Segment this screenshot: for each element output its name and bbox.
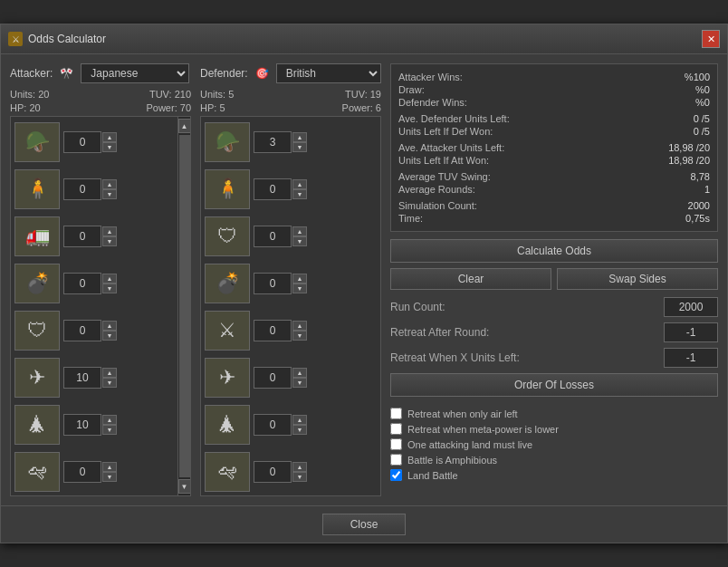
retreat-round-row: Retreat After Round: [390,322,718,342]
one-land-row: One attacking land must live [390,438,718,450]
decrement-btn[interactable]: ▼ [102,189,117,199]
increment-btn[interactable]: ▲ [102,132,117,142]
run-count-input[interactable] [664,297,718,317]
defender-units-scroll[interactable]: 🪖 ▲ ▼ 🧍 [201,117,380,495]
increment-btn[interactable]: ▲ [102,226,117,236]
sim-count-label: Simulation Count: [398,200,477,211]
unit-input-wrap: ▲ ▼ [254,178,307,200]
attacker-wins-value: %100 [685,72,710,82]
defender-tank-input[interactable] [254,226,292,247]
def-tac-bomber-icon: 🛦 [205,405,250,445]
def-tank-icon: 🛡 [205,216,250,256]
unit-stepper: ▲ ▼ [102,368,117,388]
retreat-meta-row: Retreat when meta-power is lower [390,423,718,435]
defender-fighter-input[interactable] [254,367,292,389]
attacker-stats-row1: Units: 20 TUV: 210 [10,89,191,100]
tactical-bomber-icon: 🛦 [14,405,60,445]
attacker-power-label: Power: 70 [146,102,191,113]
defender-nation-select[interactable]: British [276,63,381,83]
attacker-mech-input[interactable] [63,226,101,247]
retreat-meta-checkbox[interactable] [390,423,402,435]
calculate-odds-button[interactable]: Calculate Odds [390,239,718,263]
retreat-units-input[interactable] [664,348,718,368]
unit-input-wrap: ▲ ▼ [63,178,117,200]
list-item: ✈ ▲ ▼ [205,356,377,399]
run-count-row: Run Count: [390,297,718,317]
decrement-btn[interactable]: ▼ [102,472,117,482]
decrement-btn[interactable]: ▼ [292,331,307,341]
attacker-artillery-input[interactable] [63,273,101,294]
attacker-marine-input[interactable] [63,178,101,200]
increment-btn[interactable]: ▲ [292,321,307,331]
close-window-button[interactable]: ✕ [702,30,720,48]
attacker-tac-bomber-input[interactable] [63,414,101,436]
list-item: 🛡 ▲ ▼ [14,309,187,352]
decrement-btn[interactable]: ▼ [292,284,307,293]
increment-btn[interactable]: ▲ [292,368,307,378]
decrement-btn[interactable]: ▼ [102,142,117,152]
clear-button[interactable]: Clear [390,268,551,290]
sim-count-value: 2000 [688,200,710,211]
defender-strat-bomber-input[interactable] [254,461,292,483]
defender-label: Defender: [200,67,248,80]
defender-tac-bomber-input[interactable] [254,414,292,436]
increment-btn[interactable]: ▲ [102,321,117,331]
one-land-checkbox[interactable] [390,438,402,450]
decrement-btn[interactable]: ▼ [292,189,307,199]
retreat-round-input[interactable] [664,322,718,342]
scroll-down-btn[interactable]: ▼ [178,479,191,494]
attacker-units-scroll[interactable]: 🪖 ▲ ▼ 🧍 [11,117,190,495]
decrement-btn[interactable]: ▼ [292,472,307,482]
increment-btn[interactable]: ▲ [102,179,117,189]
scroll-up-btn[interactable]: ▲ [178,119,191,133]
defender-heavy-tank-input[interactable] [254,320,292,341]
scroll-thumb[interactable] [179,135,190,477]
increment-btn[interactable]: ▲ [292,226,307,236]
attacker-strat-bomber-input[interactable] [63,461,101,483]
retreat-meta-label: Retreat when meta-power is lower [407,424,559,435]
decrement-btn[interactable]: ▼ [102,331,117,341]
increment-btn[interactable]: ▲ [102,415,117,425]
defender-header: Defender: 🎯 British [200,63,381,83]
increment-btn[interactable]: ▲ [102,462,117,472]
attacker-tuv-label: TUV: 210 [149,89,191,100]
decrement-btn[interactable]: ▼ [292,425,307,435]
amphibious-checkbox[interactable] [390,454,402,466]
attacker-scrollbar[interactable]: ▲ ▼ [177,117,190,495]
list-item: 🛩 ▲ ▼ [205,450,377,494]
land-battle-checkbox[interactable] [390,469,402,481]
decrement-btn[interactable]: ▼ [292,236,307,246]
unit-stepper: ▲ ▼ [102,321,117,341]
increment-btn[interactable]: ▲ [292,132,307,142]
decrement-btn[interactable]: ▼ [102,284,117,293]
swap-sides-button[interactable]: Swap Sides [557,268,718,290]
defender-infantry-input[interactable] [254,131,292,153]
decrement-btn[interactable]: ▼ [102,378,117,388]
decrement-btn[interactable]: ▼ [292,378,307,388]
defender-marine-input[interactable] [254,178,292,200]
attacker-tank-input[interactable] [63,320,101,341]
list-item: ⚔ ▲ ▼ [205,309,377,352]
increment-btn[interactable]: ▲ [102,368,117,378]
attacker-nation-select[interactable]: Japanese [81,63,189,83]
decrement-btn[interactable]: ▼ [102,425,117,435]
increment-btn[interactable]: ▲ [292,462,307,472]
defender-artillery-input[interactable] [254,273,292,294]
list-item: 💣 ▲ ▼ [14,262,187,305]
results-panel: Attacker Wins: %100 Draw: %0 Defender Wi… [390,63,718,496]
close-button[interactable]: Close [322,514,407,535]
attacker-label: Attacker: [10,67,53,80]
increment-btn[interactable]: ▲ [102,274,117,284]
decrement-btn[interactable]: ▼ [102,236,117,246]
order-of-losses-button[interactable]: Order Of Losses [390,373,718,397]
increment-btn[interactable]: ▲ [292,274,307,284]
increment-btn[interactable]: ▲ [292,179,307,189]
retreat-air-checkbox[interactable] [390,408,402,419]
attacker-fighter-input[interactable] [63,367,101,389]
retreat-air-label: Retreat when only air left [407,408,518,419]
ave-att-left-label: Ave. Attacker Units Left: [398,142,504,153]
increment-btn[interactable]: ▲ [292,415,307,425]
decrement-btn[interactable]: ▼ [292,142,307,152]
unit-stepper: ▲ ▼ [292,274,307,293]
attacker-infantry-input[interactable] [63,131,101,153]
